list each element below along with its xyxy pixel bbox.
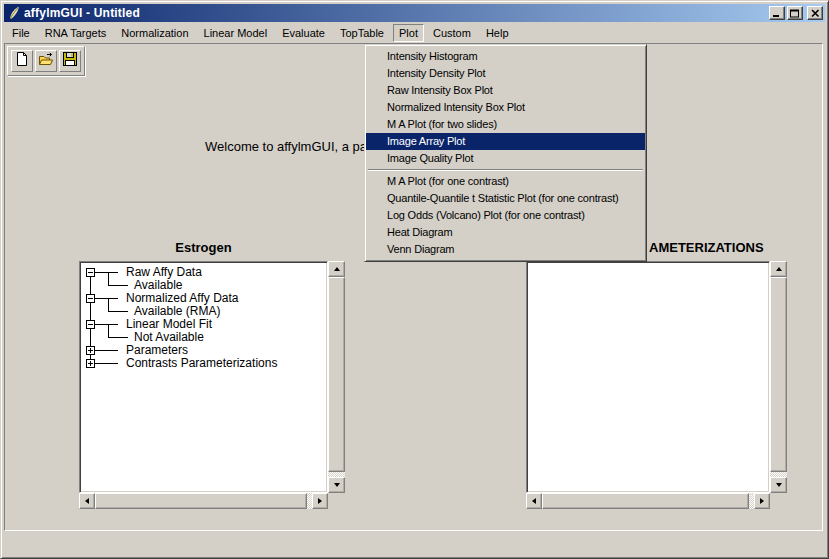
right-vertical-scrollbar[interactable] <box>770 261 787 493</box>
right-arrow-icon <box>760 498 764 504</box>
toolbar <box>7 46 85 76</box>
status-tree: Raw Affy DataAvailableNormalized Affy Da… <box>82 264 325 490</box>
contrasts-list-area[interactable] <box>526 261 770 493</box>
status-bar <box>4 533 823 555</box>
application-window: affylmGUI - Untitled FileRNA TargetsNorm… <box>0 0 829 559</box>
left-vertical-scrollbar[interactable] <box>328 261 345 493</box>
scroll-thumb[interactable] <box>95 493 307 509</box>
tree-branch-line <box>95 272 118 273</box>
down-arrow-icon <box>776 483 782 487</box>
tree-connector-line <box>108 298 109 312</box>
menubar-item-normalization[interactable]: Normalization <box>115 24 194 42</box>
tree-elbow-line <box>108 311 128 312</box>
scroll-down-button[interactable] <box>770 477 787 493</box>
left-panel-title: Estrogen <box>79 240 328 255</box>
scroll-track[interactable] <box>542 493 754 509</box>
collapse-toggle-linear-model-fit[interactable] <box>86 320 95 329</box>
up-arrow-icon <box>334 267 340 271</box>
right-arrow-icon <box>318 498 322 504</box>
menu-item-heat-diagram[interactable]: Heat Diagram <box>366 224 645 241</box>
menu-item-venn-diagram[interactable]: Venn Diagram <box>366 241 645 258</box>
right-panel-title: AMETERIZATIONS <box>649 240 764 255</box>
menu-item-intensity-histogram[interactable]: Intensity Histogram <box>366 48 645 65</box>
scroll-thumb[interactable] <box>770 277 787 472</box>
new-document-icon <box>14 51 30 71</box>
menubar-item-plot[interactable]: Plot <box>393 24 424 42</box>
menubar-item-custom[interactable]: Custom <box>427 24 477 42</box>
menu-item-log-odds-volcano-plot-for-one-contrast[interactable]: Log Odds (Volcano) Plot (for one contras… <box>366 207 645 224</box>
open-folder-icon <box>38 51 54 71</box>
tree-branch-line <box>95 298 118 299</box>
menu-item-raw-intensity-box-plot[interactable]: Raw Intensity Box Plot <box>366 82 645 99</box>
titlebar[interactable]: affylmGUI - Untitled <box>4 4 825 22</box>
scroll-left-button[interactable] <box>79 493 95 509</box>
menubar-item-rna-targets[interactable]: RNA Targets <box>39 24 113 42</box>
scroll-down-button[interactable] <box>328 477 345 493</box>
menu-separator <box>368 169 643 171</box>
save-floppy-icon <box>62 51 78 71</box>
menu-item-m-a-plot-for-one-contrast[interactable]: M A Plot (for one contrast) <box>366 173 645 190</box>
tree-connector-line <box>108 272 109 286</box>
menu-item-quantile-quantile-t-statistic-plot-for-one-contrast[interactable]: Quantile-Quantile t Statistic Plot (for … <box>366 190 645 207</box>
menu-item-m-a-plot-for-two-slides[interactable]: M A Plot (for two slides) <box>366 116 645 133</box>
expand-toggle-parameters[interactable] <box>86 346 95 355</box>
menubar: FileRNA TargetsNormalizationLinear Model… <box>3 22 826 43</box>
save-file-button[interactable] <box>59 50 81 72</box>
menubar-item-file[interactable]: File <box>6 24 36 42</box>
left-horizontal-scrollbar[interactable] <box>79 493 328 509</box>
scroll-track[interactable] <box>328 277 345 477</box>
scroll-thumb[interactable] <box>542 493 749 509</box>
tree-branch-line <box>95 350 118 351</box>
new-file-button[interactable] <box>11 50 33 72</box>
up-arrow-icon <box>776 267 782 271</box>
open-file-button[interactable] <box>35 50 57 72</box>
maximize-button[interactable] <box>787 6 803 20</box>
scroll-right-button[interactable] <box>312 493 328 509</box>
tk-feather-icon <box>7 6 21 20</box>
menubar-item-help[interactable]: Help <box>480 24 515 42</box>
left-arrow-icon <box>85 498 89 504</box>
right-horizontal-scrollbar[interactable] <box>526 493 770 509</box>
menubar-item-evaluate[interactable]: Evaluate <box>276 24 331 42</box>
menu-item-intensity-density-plot[interactable]: Intensity Density Plot <box>366 65 645 82</box>
scroll-track[interactable] <box>95 493 312 509</box>
menubar-item-toptable[interactable]: TopTable <box>334 24 390 42</box>
scroll-up-button[interactable] <box>770 261 787 277</box>
minimize-button[interactable] <box>769 6 785 20</box>
collapse-toggle-normalized-affy-data[interactable] <box>86 294 95 303</box>
status-tree-listbox: Raw Affy DataAvailableNormalized Affy Da… <box>79 261 345 493</box>
collapse-toggle-raw-affy-data[interactable] <box>86 268 95 277</box>
menubar-item-linear-model[interactable]: Linear Model <box>198 24 274 42</box>
scroll-left-button[interactable] <box>526 493 542 509</box>
scroll-up-button[interactable] <box>328 261 345 277</box>
tree-elbow-line <box>108 337 128 338</box>
scroll-thumb[interactable] <box>328 277 345 472</box>
contrasts-listbox <box>526 261 787 493</box>
menu-item-image-quality-plot[interactable]: Image Quality Plot <box>366 150 645 167</box>
window-title: affylmGUI - Untitled <box>24 6 767 20</box>
tree-branch-line <box>95 363 118 364</box>
scroll-right-button[interactable] <box>754 493 770 509</box>
tree-item-contrasts-parameterizations[interactable]: Contrasts Parameterizations <box>126 357 277 370</box>
close-button[interactable] <box>807 6 823 20</box>
tree-elbow-line <box>108 285 128 286</box>
scroll-track[interactable] <box>770 277 787 477</box>
expand-toggle-contrasts-parameterizations[interactable] <box>86 359 95 368</box>
menu-item-image-array-plot[interactable]: Image Array Plot <box>366 133 645 150</box>
plot-menu-dropdown: Intensity HistogramIntensity Density Plo… <box>364 44 647 262</box>
tree-connector-line <box>108 324 109 338</box>
status-tree-area[interactable]: Raw Affy DataAvailableNormalized Affy Da… <box>79 261 328 493</box>
left-arrow-icon <box>532 498 536 504</box>
menu-item-normalized-intensity-box-plot[interactable]: Normalized Intensity Box Plot <box>366 99 645 116</box>
welcome-text: Welcome to affylmGUI, a pa <box>205 139 367 154</box>
tree-branch-line <box>95 324 118 325</box>
down-arrow-icon <box>334 483 340 487</box>
